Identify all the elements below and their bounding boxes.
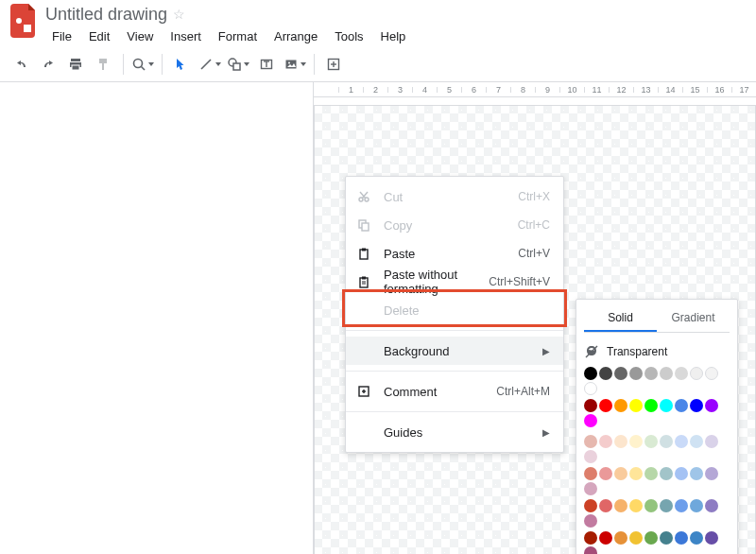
menu-format[interactable]: Format <box>212 26 264 46</box>
color-swatch[interactable] <box>690 467 703 480</box>
color-swatch[interactable] <box>705 499 718 512</box>
color-swatch[interactable] <box>584 382 597 395</box>
color-swatch[interactable] <box>614 435 627 448</box>
color-swatch[interactable] <box>675 499 688 512</box>
color-swatch[interactable] <box>629 467 643 480</box>
color-swatch[interactable] <box>584 367 597 380</box>
color-swatch[interactable] <box>584 482 597 495</box>
color-swatch[interactable] <box>614 467 627 480</box>
menu-help[interactable]: Help <box>374 26 413 46</box>
line-tool[interactable] <box>197 51 223 78</box>
color-swatch[interactable] <box>675 467 688 480</box>
context-paste-without-formatting[interactable]: Paste without formattingCtrl+Shift+V <box>346 268 563 296</box>
insert-comment-button[interactable] <box>320 51 347 78</box>
textbox-tool[interactable] <box>253 51 280 78</box>
context-paste[interactable]: PasteCtrl+V <box>346 239 563 268</box>
select-tool[interactable] <box>168 51 195 78</box>
context-item-label: Paste without formatting <box>384 268 489 296</box>
color-swatch[interactable] <box>675 531 688 545</box>
color-swatch[interactable] <box>705 399 718 412</box>
context-item-shortcut: Ctrl+V <box>518 247 550 260</box>
context-item-shortcut: Ctrl+C <box>518 218 550 232</box>
color-swatch[interactable] <box>584 450 597 463</box>
color-swatch[interactable] <box>644 367 658 380</box>
color-swatch[interactable] <box>584 467 597 480</box>
menu-arrange[interactable]: Arrange <box>267 26 324 46</box>
blank-icon <box>355 302 372 319</box>
context-item-label: Copy <box>384 218 518 233</box>
image-tool[interactable] <box>282 51 308 78</box>
color-swatch[interactable] <box>599 531 612 545</box>
color-swatch[interactable] <box>599 399 612 412</box>
color-swatch[interactable] <box>644 499 658 512</box>
tab-solid[interactable]: Solid <box>584 305 657 332</box>
tab-gradient[interactable]: Gradient <box>657 305 730 332</box>
color-swatch[interactable] <box>660 467 673 480</box>
context-background[interactable]: Background▶ <box>346 337 563 365</box>
color-swatch[interactable] <box>614 531 627 545</box>
color-swatch[interactable] <box>690 367 703 380</box>
color-swatch[interactable] <box>644 435 658 448</box>
context-item-label: Guides <box>384 425 535 440</box>
color-swatch[interactable] <box>660 531 673 545</box>
color-swatch[interactable] <box>614 367 627 380</box>
menu-tools[interactable]: Tools <box>328 26 369 46</box>
color-swatch[interactable] <box>690 435 703 448</box>
color-swatch[interactable] <box>644 399 658 412</box>
color-swatch[interactable] <box>629 499 643 512</box>
color-swatch[interactable] <box>584 399 597 412</box>
color-swatch[interactable] <box>584 546 597 554</box>
swatch-grid <box>584 367 730 554</box>
color-swatch[interactable] <box>629 399 643 412</box>
color-swatch[interactable] <box>705 467 718 480</box>
color-swatch[interactable] <box>599 367 612 380</box>
paint-format-button[interactable] <box>91 51 117 78</box>
color-swatch[interactable] <box>690 499 703 512</box>
color-swatch[interactable] <box>614 399 627 412</box>
print-button[interactable] <box>62 51 89 78</box>
color-swatch[interactable] <box>705 367 718 380</box>
color-swatch[interactable] <box>644 467 658 480</box>
color-swatch[interactable] <box>584 514 597 528</box>
color-swatch[interactable] <box>644 531 658 545</box>
transparent-option[interactable]: Transparent <box>584 340 730 367</box>
color-swatch[interactable] <box>660 499 673 512</box>
menu-file[interactable]: File <box>45 26 78 46</box>
color-swatch[interactable] <box>614 499 627 512</box>
star-icon[interactable]: ☆ <box>173 7 185 22</box>
context-guides[interactable]: Guides▶ <box>346 418 563 446</box>
undo-button[interactable] <box>6 51 32 78</box>
color-swatch[interactable] <box>705 531 718 545</box>
svg-rect-6 <box>102 63 104 70</box>
doc-title[interactable]: Untitled drawing <box>45 5 167 25</box>
color-swatch[interactable] <box>584 435 597 448</box>
color-swatch[interactable] <box>599 467 612 480</box>
color-swatch[interactable] <box>599 435 612 448</box>
svg-rect-4 <box>72 65 79 70</box>
color-swatch[interactable] <box>584 531 597 545</box>
color-swatch[interactable] <box>675 435 688 448</box>
color-swatch[interactable] <box>629 531 643 545</box>
color-swatch[interactable] <box>705 435 718 448</box>
color-swatch[interactable] <box>629 367 643 380</box>
color-picker: Solid Gradient Transparent CUSTOM ⊕ <box>576 299 738 554</box>
menu-edit[interactable]: Edit <box>82 26 116 46</box>
color-swatch[interactable] <box>675 399 688 412</box>
context-comment[interactable]: CommentCtrl+Alt+M <box>346 377 563 406</box>
color-swatch[interactable] <box>675 367 688 380</box>
color-swatch[interactable] <box>660 399 673 412</box>
shape-tool[interactable] <box>225 51 251 78</box>
color-swatch[interactable] <box>584 499 597 512</box>
color-swatch[interactable] <box>629 435 643 448</box>
menu-insert[interactable]: Insert <box>163 26 208 46</box>
color-swatch[interactable] <box>690 531 703 545</box>
menu-view[interactable]: View <box>120 26 160 46</box>
color-swatch[interactable] <box>690 399 703 412</box>
context-item-label: Comment <box>384 385 496 399</box>
color-swatch[interactable] <box>660 367 673 380</box>
redo-button[interactable] <box>34 51 60 78</box>
color-swatch[interactable] <box>599 499 612 512</box>
zoom-button[interactable] <box>129 51 156 78</box>
color-swatch[interactable] <box>584 414 597 427</box>
color-swatch[interactable] <box>660 435 673 448</box>
